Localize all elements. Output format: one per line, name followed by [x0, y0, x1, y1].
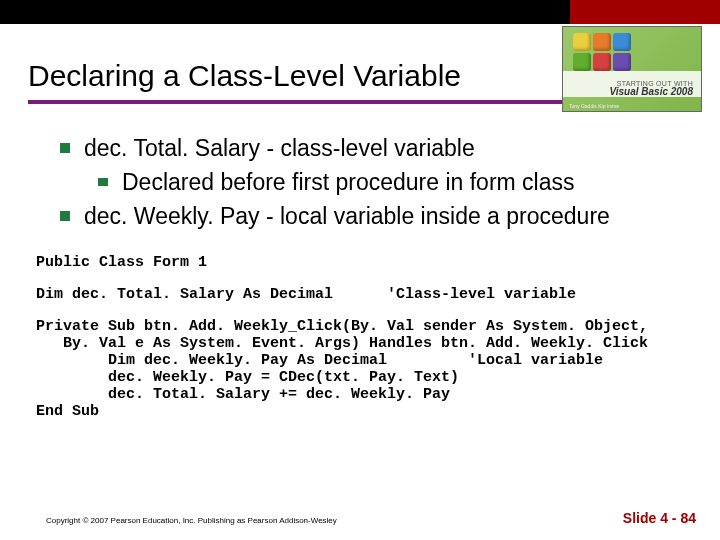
book-cover-logo: STARTING OUT WITH Visual Basic 2008 Tony… [562, 26, 702, 112]
top-bar-accent [570, 0, 720, 24]
square-bullet-icon [60, 211, 70, 221]
code-line: dec. Weekly. Pay = CDec(txt. Pay. Text) [36, 369, 459, 386]
logo-blocks-icon [573, 33, 631, 71]
code-line: Private Sub btn. Add. Weekly_Click(By. V… [36, 318, 648, 335]
code-line: Dim dec. Total. Salary As Decimal 'Class… [36, 286, 576, 303]
list-item: dec. Total. Salary - class-level variabl… [60, 132, 680, 164]
code-sample: Public Class Form 1 Dim dec. Total. Sala… [0, 238, 720, 420]
code-line: Dim dec. Weekly. Pay As Decimal 'Local v… [36, 352, 603, 369]
bullet-text: Declared before first procedure in form … [122, 166, 680, 198]
slide-title: Declaring a Class-Level Variable [28, 58, 512, 94]
slide-number: Slide 4 - 84 [623, 510, 696, 526]
slide-root: STARTING OUT WITH Visual Basic 2008 Tony… [0, 0, 720, 540]
list-item: Declared before first procedure in form … [98, 166, 680, 198]
code-line: End Sub [36, 403, 99, 420]
bullet-text: dec. Weekly. Pay - local variable inside… [84, 200, 680, 232]
square-bullet-icon [60, 143, 70, 153]
code-line: By. Val e As System. Event. Args) Handle… [36, 335, 648, 352]
list-item: dec. Weekly. Pay - local variable inside… [60, 200, 680, 232]
square-bullet-icon [98, 178, 108, 186]
code-line: Public Class Form 1 [36, 254, 207, 271]
top-bar [0, 0, 720, 24]
bullet-list: dec. Total. Salary - class-level variabl… [0, 110, 720, 238]
slide-footer: Copyright © 2007 Pearson Education, Inc.… [0, 506, 720, 526]
copyright-text: Copyright © 2007 Pearson Education, Inc.… [44, 515, 339, 526]
bullet-text: dec. Total. Salary - class-level variabl… [84, 132, 680, 164]
logo-authors: Tony Gaddis Kip Irvine [569, 103, 619, 109]
logo-brand-text: Visual Basic 2008 [609, 86, 693, 97]
code-line: dec. Total. Salary += dec. Weekly. Pay [36, 386, 450, 403]
